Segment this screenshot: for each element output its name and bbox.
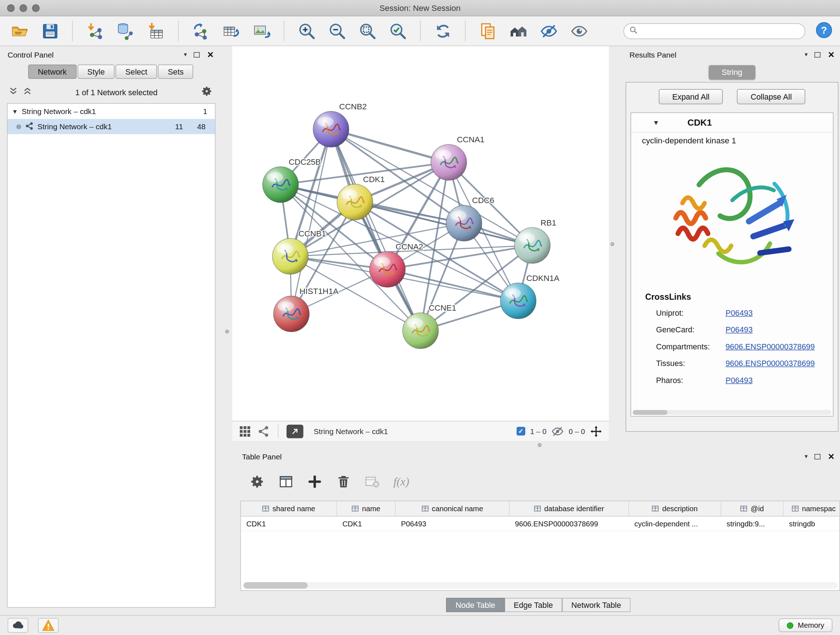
zoom-out-button[interactable] [324,19,350,43]
splitter-handle[interactable] [225,330,229,334]
splitter-handle[interactable] [611,242,615,246]
export-network-button[interactable] [218,19,244,43]
panel-menu-icon[interactable]: ▾ [805,51,807,58]
selection-indicator-checkbox[interactable]: ✓ [516,427,525,435]
search-box[interactable] [624,23,806,39]
network-edge[interactable] [387,269,518,301]
column-header-canonical-name[interactable]: canonical name [396,501,510,516]
delete-column-trash-icon[interactable] [336,474,351,489]
network-node-cdk1[interactable] [337,184,373,220]
table-cell[interactable]: CDK1 [337,516,396,531]
close-window-button[interactable] [7,4,15,12]
panel-float-icon[interactable] [815,52,821,57]
function-builder-button[interactable]: f(x) [393,475,409,489]
minimize-window-button[interactable] [19,4,27,12]
network-node-cdc6[interactable] [446,205,482,241]
zoom-fit-button[interactable] [355,19,381,43]
show-graphics-details-button[interactable] [475,19,501,43]
tab-sets[interactable]: Sets [158,65,194,79]
home-button[interactable] [505,19,531,43]
network-options-gear-icon[interactable] [201,85,213,99]
import-network-database-button[interactable] [112,19,139,43]
gene-expander-icon[interactable]: ▼ [653,119,660,126]
network-node-cdkn1a[interactable] [500,283,536,319]
import-table-file-button[interactable] [143,19,169,43]
create-column-plus-icon[interactable] [307,474,322,489]
panel-close-icon[interactable]: ✕ [828,50,835,59]
table-cell[interactable]: P06493 [396,516,510,531]
search-input[interactable] [641,27,799,35]
crosslink-link[interactable]: P06493 [726,375,753,384]
table-options-gear-icon[interactable] [249,474,265,489]
crosslink-link[interactable]: P06493 [726,308,753,317]
network-node-ccna2[interactable] [370,252,406,287]
table-cell[interactable]: 9606.ENSP00000378699 [510,516,629,531]
panel-close-icon[interactable]: ✕ [207,50,214,59]
open-session-button[interactable] [6,19,33,43]
tab-edge-table[interactable]: Edge Table [504,598,562,612]
show-columns-icon[interactable] [279,474,294,489]
column-header-shared-name[interactable]: shared name [241,501,337,516]
network-node-ccne1[interactable] [403,313,439,348]
column-header--id[interactable]: @id [722,501,784,516]
zoom-window-button[interactable] [32,4,40,12]
network-node-hist1h1a[interactable] [273,296,309,332]
table-cell[interactable]: stringdb [783,516,840,531]
crosslink-link[interactable]: 9606.ENSP00000378699 [726,342,815,350]
splitter-handle[interactable] [538,443,542,447]
table-cell[interactable]: stringdb:9... [722,516,784,531]
column-header-database-identifier[interactable]: database identifier [510,501,629,516]
network-overview-icon[interactable] [257,425,270,438]
panel-float-icon[interactable] [815,454,821,459]
table-cell[interactable]: cyclin-dependent ... [629,516,722,531]
tab-network[interactable]: Network [28,65,76,79]
save-session-button[interactable] [37,19,63,43]
table-row[interactable]: CDK1CDK1P064939606.ENSP00000378699cyclin… [241,516,840,532]
new-network-from-selection-button[interactable] [188,19,214,43]
cloud-status-button[interactable] [8,618,28,633]
panel-menu-icon[interactable]: ▾ [184,51,187,58]
collapse-all-icon[interactable] [23,87,32,98]
table-horizontal-scrollbar[interactable] [243,582,838,589]
collection-expander-icon[interactable]: ▼ [12,108,18,115]
show-all-button[interactable] [566,19,592,43]
zoom-selected-button[interactable] [385,19,411,43]
network-node-ccnb1[interactable] [272,239,308,274]
hide-selected-button[interactable] [536,19,562,43]
panel-float-icon[interactable] [194,52,200,57]
crosslink-link[interactable]: P06493 [726,325,753,334]
memory-button[interactable]: Memory [779,619,832,632]
results-scrollbar[interactable] [633,410,831,415]
tab-node-table[interactable]: Node Table [447,598,505,612]
expand-all-button[interactable]: Expand All [659,89,723,104]
network-row-selected[interactable]: String Network – cdk1 11 48 [8,119,215,134]
tab-style[interactable]: Style [77,65,114,79]
tab-select[interactable]: Select [116,65,157,79]
network-edge[interactable] [331,129,421,331]
expand-all-icon[interactable] [9,87,18,98]
results-scrollbar-thumb[interactable] [633,410,668,415]
zoom-in-button[interactable] [294,19,320,43]
detach-view-button[interactable] [286,424,303,438]
tab-network-table[interactable]: Network Table [562,598,630,612]
table-scrollbar-thumb[interactable] [244,582,308,589]
network-collection-row[interactable]: ▼ String Network – cdk1 1 [8,104,215,119]
export-image-button[interactable] [248,19,275,43]
gene-header[interactable]: ▼ CDK1 [631,113,833,133]
panel-menu-icon[interactable]: ▾ [805,453,807,460]
column-header-namespac[interactable]: namespac [783,501,840,516]
import-network-file-button[interactable] [82,19,108,43]
network-canvas[interactable]: CCNB2CCNA1CDC25BCDK1CDC6RB1CCNB1CCNA2CDK… [232,46,609,421]
panel-close-icon[interactable]: ✕ [828,451,835,461]
birdseye-view-icon[interactable] [239,425,251,438]
collapse-all-button[interactable]: Collapse All [737,89,806,104]
column-header-name[interactable]: name [337,501,396,516]
warning-button[interactable] [38,618,58,633]
tab-string[interactable]: String [709,65,755,79]
crosslink-link[interactable]: 9606.ENSP00000378699 [726,359,815,367]
network-edge[interactable] [331,129,449,163]
network-node-ccna1[interactable] [431,144,467,180]
hidden-items-eye-icon[interactable] [551,425,564,438]
refresh-network-button[interactable] [430,19,456,43]
table-cell[interactable]: CDK1 [241,516,337,531]
